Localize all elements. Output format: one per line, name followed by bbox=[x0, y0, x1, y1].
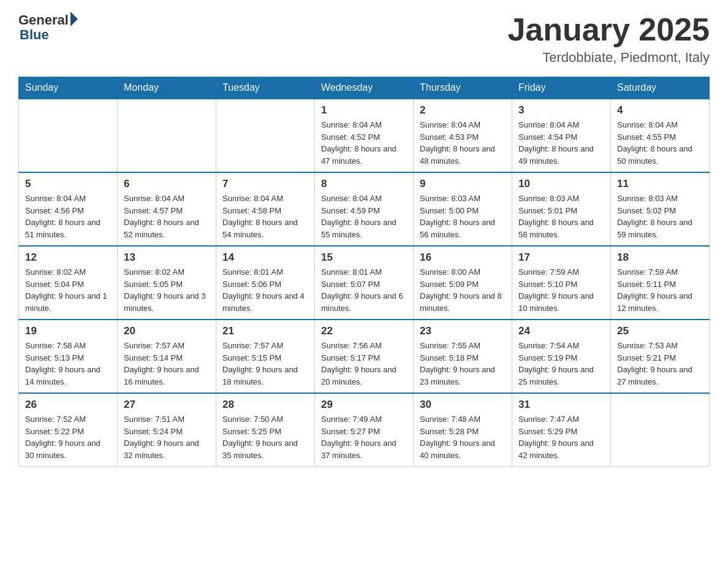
calendar-cell: 6Sunrise: 8:04 AM Sunset: 4:57 PM Daylig… bbox=[118, 172, 216, 246]
calendar-cell: 8Sunrise: 8:04 AM Sunset: 4:59 PM Daylig… bbox=[315, 172, 414, 246]
day-info: Sunrise: 8:03 AM Sunset: 5:02 PM Dayligh… bbox=[617, 193, 703, 240]
logo-general-text: General bbox=[18, 12, 69, 28]
day-info: Sunrise: 7:51 AM Sunset: 5:24 PM Dayligh… bbox=[124, 413, 210, 461]
calendar-cell: 10Sunrise: 8:03 AM Sunset: 5:01 PM Dayli… bbox=[512, 172, 611, 246]
calendar-cell: 17Sunrise: 7:59 AM Sunset: 5:10 PM Dayli… bbox=[512, 246, 611, 320]
day-number: 23 bbox=[420, 325, 506, 337]
day-number: 8 bbox=[321, 178, 407, 190]
day-info: Sunrise: 8:04 AM Sunset: 4:59 PM Dayligh… bbox=[321, 193, 407, 240]
calendar-cell: 18Sunrise: 7:59 AM Sunset: 5:11 PM Dayli… bbox=[611, 246, 710, 320]
day-number: 7 bbox=[222, 178, 308, 190]
day-info: Sunrise: 8:04 AM Sunset: 4:57 PM Dayligh… bbox=[124, 193, 210, 240]
day-number: 5 bbox=[25, 178, 111, 190]
calendar-cell: 7Sunrise: 8:04 AM Sunset: 4:58 PM Daylig… bbox=[216, 172, 315, 246]
month-title: January 2025 bbox=[507, 12, 710, 47]
day-info: Sunrise: 7:59 AM Sunset: 5:11 PM Dayligh… bbox=[617, 266, 703, 314]
calendar-cell: 3Sunrise: 8:04 AM Sunset: 4:54 PM Daylig… bbox=[512, 99, 611, 172]
day-info: Sunrise: 8:04 AM Sunset: 4:52 PM Dayligh… bbox=[321, 119, 407, 167]
day-number: 17 bbox=[518, 251, 604, 264]
calendar-header-thursday: Thursday bbox=[414, 77, 512, 99]
calendar-header-monday: Monday bbox=[118, 77, 216, 99]
day-info: Sunrise: 7:53 AM Sunset: 5:21 PM Dayligh… bbox=[617, 340, 703, 388]
day-info: Sunrise: 8:00 AM Sunset: 5:09 PM Dayligh… bbox=[420, 266, 506, 314]
day-info: Sunrise: 8:01 AM Sunset: 5:07 PM Dayligh… bbox=[321, 266, 407, 314]
day-number: 28 bbox=[222, 399, 308, 411]
calendar-cell: 4Sunrise: 8:04 AM Sunset: 4:55 PM Daylig… bbox=[611, 99, 710, 172]
calendar-cell: 24Sunrise: 7:54 AM Sunset: 5:19 PM Dayli… bbox=[512, 320, 611, 393]
day-info: Sunrise: 7:50 AM Sunset: 5:25 PM Dayligh… bbox=[222, 413, 308, 461]
day-number: 11 bbox=[617, 178, 703, 190]
day-number: 30 bbox=[420, 399, 506, 411]
logo-arrow-icon bbox=[70, 12, 78, 26]
day-number: 6 bbox=[124, 178, 210, 190]
calendar-cell: 12Sunrise: 8:02 AM Sunset: 5:04 PM Dayli… bbox=[19, 246, 118, 320]
calendar-cell bbox=[216, 99, 315, 172]
day-info: Sunrise: 8:03 AM Sunset: 5:00 PM Dayligh… bbox=[420, 193, 506, 240]
calendar-cell: 30Sunrise: 7:48 AM Sunset: 5:28 PM Dayli… bbox=[414, 393, 512, 467]
day-number: 4 bbox=[617, 104, 703, 117]
day-info: Sunrise: 7:47 AM Sunset: 5:29 PM Dayligh… bbox=[518, 413, 604, 461]
logo: General Blue bbox=[18, 12, 78, 43]
calendar-header-sunday: Sunday bbox=[19, 77, 118, 99]
day-number: 3 bbox=[518, 104, 604, 117]
day-info: Sunrise: 7:52 AM Sunset: 5:22 PM Dayligh… bbox=[25, 413, 111, 461]
day-number: 26 bbox=[25, 399, 111, 411]
day-info: Sunrise: 8:04 AM Sunset: 4:58 PM Dayligh… bbox=[222, 193, 308, 240]
day-info: Sunrise: 7:56 AM Sunset: 5:17 PM Dayligh… bbox=[321, 340, 407, 388]
day-number: 14 bbox=[222, 251, 308, 264]
day-number: 10 bbox=[518, 178, 604, 190]
day-number: 20 bbox=[124, 325, 210, 337]
calendar-cell: 27Sunrise: 7:51 AM Sunset: 5:24 PM Dayli… bbox=[118, 393, 216, 467]
day-number: 21 bbox=[222, 325, 308, 337]
day-info: Sunrise: 8:03 AM Sunset: 5:01 PM Dayligh… bbox=[518, 193, 604, 240]
calendar-cell: 16Sunrise: 8:00 AM Sunset: 5:09 PM Dayli… bbox=[414, 246, 512, 320]
calendar-table: SundayMondayTuesdayWednesdayThursdayFrid… bbox=[18, 77, 710, 467]
day-info: Sunrise: 8:02 AM Sunset: 5:04 PM Dayligh… bbox=[25, 266, 111, 314]
day-info: Sunrise: 7:54 AM Sunset: 5:19 PM Dayligh… bbox=[518, 340, 604, 388]
day-info: Sunrise: 8:04 AM Sunset: 4:53 PM Dayligh… bbox=[420, 119, 506, 167]
week-row-4: 19Sunrise: 7:58 AM Sunset: 5:13 PM Dayli… bbox=[19, 320, 710, 393]
day-number: 1 bbox=[321, 104, 407, 117]
day-info: Sunrise: 7:48 AM Sunset: 5:28 PM Dayligh… bbox=[420, 413, 506, 461]
calendar-cell: 26Sunrise: 7:52 AM Sunset: 5:22 PM Dayli… bbox=[19, 393, 118, 467]
day-number: 13 bbox=[124, 251, 210, 264]
day-number: 12 bbox=[25, 251, 111, 264]
calendar-cell: 31Sunrise: 7:47 AM Sunset: 5:29 PM Dayli… bbox=[512, 393, 611, 467]
day-info: Sunrise: 7:58 AM Sunset: 5:13 PM Dayligh… bbox=[25, 340, 111, 388]
day-info: Sunrise: 7:59 AM Sunset: 5:10 PM Dayligh… bbox=[518, 266, 604, 314]
calendar-cell: 15Sunrise: 8:01 AM Sunset: 5:07 PM Dayli… bbox=[315, 246, 414, 320]
week-row-1: 1Sunrise: 8:04 AM Sunset: 4:52 PM Daylig… bbox=[19, 99, 710, 172]
title-area: January 2025 Terdobbiate, Piedmont, Ital… bbox=[507, 12, 710, 66]
week-row-5: 26Sunrise: 7:52 AM Sunset: 5:22 PM Dayli… bbox=[19, 393, 710, 467]
day-number: 18 bbox=[617, 251, 703, 264]
calendar-cell: 11Sunrise: 8:03 AM Sunset: 5:02 PM Dayli… bbox=[611, 172, 710, 246]
calendar-cell: 20Sunrise: 7:57 AM Sunset: 5:14 PM Dayli… bbox=[118, 320, 216, 393]
day-info: Sunrise: 8:01 AM Sunset: 5:06 PM Dayligh… bbox=[222, 266, 308, 314]
day-number: 15 bbox=[321, 251, 407, 264]
calendar-header-wednesday: Wednesday bbox=[315, 77, 414, 99]
calendar-cell: 5Sunrise: 8:04 AM Sunset: 4:56 PM Daylig… bbox=[19, 172, 118, 246]
day-number: 25 bbox=[617, 325, 703, 337]
week-row-3: 12Sunrise: 8:02 AM Sunset: 5:04 PM Dayli… bbox=[19, 246, 710, 320]
calendar-cell bbox=[611, 393, 710, 467]
calendar-cell: 22Sunrise: 7:56 AM Sunset: 5:17 PM Dayli… bbox=[315, 320, 414, 393]
day-info: Sunrise: 8:02 AM Sunset: 5:05 PM Dayligh… bbox=[124, 266, 210, 314]
calendar-cell: 14Sunrise: 8:01 AM Sunset: 5:06 PM Dayli… bbox=[216, 246, 315, 320]
day-number: 19 bbox=[25, 325, 111, 337]
day-info: Sunrise: 7:57 AM Sunset: 5:15 PM Dayligh… bbox=[222, 340, 308, 388]
calendar-cell: 21Sunrise: 7:57 AM Sunset: 5:15 PM Dayli… bbox=[216, 320, 315, 393]
calendar-cell bbox=[19, 99, 118, 172]
day-info: Sunrise: 8:04 AM Sunset: 4:55 PM Dayligh… bbox=[617, 119, 703, 167]
day-info: Sunrise: 7:49 AM Sunset: 5:27 PM Dayligh… bbox=[321, 413, 407, 461]
calendar-cell: 9Sunrise: 8:03 AM Sunset: 5:00 PM Daylig… bbox=[414, 172, 512, 246]
calendar-cell: 2Sunrise: 8:04 AM Sunset: 4:53 PM Daylig… bbox=[414, 99, 512, 172]
calendar-header-row: SundayMondayTuesdayWednesdayThursdayFrid… bbox=[19, 77, 710, 99]
day-info: Sunrise: 7:55 AM Sunset: 5:18 PM Dayligh… bbox=[420, 340, 506, 388]
calendar-cell: 13Sunrise: 8:02 AM Sunset: 5:05 PM Dayli… bbox=[118, 246, 216, 320]
day-number: 22 bbox=[321, 325, 407, 337]
day-info: Sunrise: 7:57 AM Sunset: 5:14 PM Dayligh… bbox=[124, 340, 210, 388]
day-number: 9 bbox=[420, 178, 506, 190]
calendar-header-friday: Friday bbox=[512, 77, 611, 99]
day-number: 24 bbox=[518, 325, 604, 337]
calendar-cell: 25Sunrise: 7:53 AM Sunset: 5:21 PM Dayli… bbox=[611, 320, 710, 393]
